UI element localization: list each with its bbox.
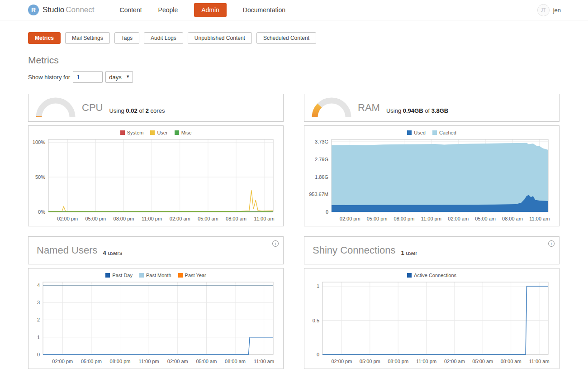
svg-text:08:00 pm: 08:00 pm	[114, 216, 134, 221]
svg-text:02:00 am: 02:00 am	[448, 216, 469, 221]
brand-name-secondary: Connect	[66, 5, 94, 14]
svg-text:2: 2	[37, 317, 40, 322]
svg-text:02:00 pm: 02:00 pm	[340, 216, 360, 221]
tab-audit-logs[interactable]: Audit Logs	[144, 32, 183, 44]
tab-tags[interactable]: Tags	[114, 32, 139, 44]
ram-chart-legend: UsedCached	[304, 129, 559, 137]
svg-text:0%: 0%	[38, 209, 45, 215]
svg-text:02:00 am: 02:00 am	[444, 359, 465, 364]
svg-text:11:00 am: 11:00 am	[529, 359, 550, 364]
named-users-chart-panel: Past DayPast MonthPast Year 02:00 pm05:0…	[28, 268, 284, 369]
history-unit-select[interactable]: days	[105, 71, 133, 83]
page-title: Metrics	[28, 55, 560, 66]
ram-chart-panel: UsedCached 02:00 pm05:00 pm08:00 pm11:00…	[304, 125, 560, 226]
svg-text:05:00 pm: 05:00 pm	[360, 359, 380, 364]
rstudio-logo-icon: R	[28, 5, 39, 15]
admin-metrics-page: Metrics Mail Settings Tags Audit Logs Un…	[0, 20, 588, 369]
top-navigation-bar: R Studio Connect Content People Admin Do…	[0, 0, 588, 20]
user-avatar[interactable]: JT	[537, 4, 550, 16]
info-icon[interactable]: i	[548, 240, 555, 247]
svg-text:08:00 am: 08:00 am	[225, 359, 246, 364]
svg-text:11:00 am: 11:00 am	[529, 216, 550, 221]
nav-item-documentation[interactable]: Documentation	[243, 6, 285, 14]
named-users-panel: Named Users 4 users i Past DayPast Month…	[28, 236, 284, 369]
metrics-grid: CPU Using 0.02 of 2 cores SystemUserMisc…	[28, 94, 560, 369]
ram-chart: 02:00 pm05:00 pm08:00 pm11:00 pm02:00 am…	[304, 137, 559, 225]
svg-text:08:00 am: 08:00 am	[502, 216, 523, 221]
shiny-connections-chart-legend: Active Connections	[304, 271, 559, 279]
svg-text:1.86G: 1.86G	[315, 174, 328, 180]
tab-mail-settings[interactable]: Mail Settings	[65, 32, 110, 44]
svg-text:100%: 100%	[33, 139, 45, 145]
cpu-chart: 02:00 pm05:00 pm08:00 pm11:00 pm02:00 am…	[28, 137, 283, 225]
admin-tab-bar: Metrics Mail Settings Tags Audit Logs Un…	[28, 32, 560, 44]
cpu-panel: CPU Using 0.02 of 2 cores SystemUserMisc…	[28, 94, 284, 226]
svg-text:05:00 pm: 05:00 pm	[85, 216, 106, 221]
svg-text:05:00 pm: 05:00 pm	[367, 216, 388, 221]
ram-usage-text: Using 0.94GB of 3.8GB	[386, 107, 448, 114]
shiny-connections-chart: 02:00 pm05:00 pm08:00 pm11:00 pm02:00 am…	[304, 279, 559, 368]
svg-text:1: 1	[317, 283, 319, 289]
svg-text:1: 1	[37, 335, 40, 340]
svg-text:2.79G: 2.79G	[315, 157, 328, 162]
shiny-connections-panel: Shiny Connections 1 user i Active Connec…	[304, 236, 560, 369]
named-users-chart-legend: Past DayPast MonthPast Year	[28, 271, 283, 279]
named-users-header: Named Users 4 users i	[28, 236, 284, 264]
named-users-chart: 02:00 pm05:00 pm08:00 pm11:00 pm02:00 am…	[28, 279, 283, 368]
svg-text:11:00 pm: 11:00 pm	[416, 359, 436, 364]
svg-text:4: 4	[37, 283, 40, 288]
nav-item-content[interactable]: Content	[120, 6, 142, 14]
svg-text:3.73G: 3.73G	[315, 139, 328, 144]
svg-text:08:00 am: 08:00 am	[226, 216, 247, 221]
svg-text:05:00 am: 05:00 am	[198, 216, 218, 221]
shiny-connections-chart-panel: Active Connections 02:00 pm05:00 pm08:00…	[304, 268, 560, 369]
cpu-chart-panel: SystemUserMisc 02:00 pm05:00 pm08:00 pm1…	[28, 125, 284, 226]
svg-text:02:00 am: 02:00 am	[170, 216, 190, 221]
cpu-chart-legend: SystemUserMisc	[28, 129, 283, 137]
shiny-connections-header: Shiny Connections 1 user i	[304, 236, 560, 264]
history-value-input[interactable]	[73, 71, 103, 83]
svg-text:11:00 am: 11:00 am	[254, 216, 275, 221]
history-unit-select-wrap: days ▼	[105, 71, 133, 83]
history-controls: Show history for days ▼	[28, 71, 560, 83]
shiny-connections-title: Shiny Connections	[313, 244, 395, 256]
svg-text:0: 0	[37, 352, 40, 357]
svg-text:50%: 50%	[35, 174, 45, 180]
ram-panel: RAM Using 0.94GB of 3.8GB UsedCached 02:…	[304, 94, 560, 226]
svg-text:02:00 am: 02:00 am	[167, 359, 188, 364]
rstudio-connect-logo[interactable]: R Studio Connect	[28, 5, 95, 15]
svg-text:0: 0	[317, 352, 319, 357]
tab-metrics[interactable]: Metrics	[28, 32, 61, 44]
svg-text:08:00 pm: 08:00 pm	[388, 359, 408, 364]
tab-scheduled-content[interactable]: Scheduled Content	[256, 32, 316, 44]
cpu-header: CPU Using 0.02 of 2 cores	[28, 94, 284, 122]
brand-name-primary: Studio	[43, 5, 64, 14]
ram-title: RAM	[358, 102, 380, 114]
svg-text:05:00 pm: 05:00 pm	[81, 359, 102, 364]
svg-text:0: 0	[326, 209, 328, 215]
user-area: JT jen	[537, 4, 561, 16]
svg-text:0.5: 0.5	[313, 318, 319, 323]
svg-text:3: 3	[37, 300, 40, 305]
svg-text:11:00 pm: 11:00 pm	[139, 359, 159, 364]
nav-item-people[interactable]: People	[158, 6, 178, 14]
svg-text:11:00 am: 11:00 am	[254, 359, 274, 364]
svg-text:02:00 pm: 02:00 pm	[331, 359, 352, 364]
svg-text:08:00 am: 08:00 am	[501, 359, 522, 364]
svg-text:02:00 pm: 02:00 pm	[52, 359, 73, 364]
cpu-title: CPU	[82, 102, 103, 114]
shiny-connections-stat: 1 user	[401, 249, 417, 256]
svg-text:05:00 am: 05:00 am	[475, 216, 496, 221]
svg-text:11:00 pm: 11:00 pm	[421, 216, 441, 221]
info-icon[interactable]: i	[272, 240, 279, 247]
named-users-title: Named Users	[37, 244, 97, 256]
cpu-usage-text: Using 0.02 of 2 cores	[109, 107, 165, 114]
tab-unpublished-content[interactable]: Unpublished Content	[188, 32, 252, 44]
ram-header: RAM Using 0.94GB of 3.8GB	[304, 94, 560, 122]
svg-text:953.67M: 953.67M	[309, 192, 328, 197]
ram-gauge-icon	[311, 96, 352, 119]
nav-item-admin[interactable]: Admin	[194, 3, 227, 17]
main-nav: Content People Admin Documentation	[120, 3, 286, 17]
svg-text:08:00 pm: 08:00 pm	[110, 359, 131, 364]
svg-text:05:00 am: 05:00 am	[472, 359, 493, 364]
